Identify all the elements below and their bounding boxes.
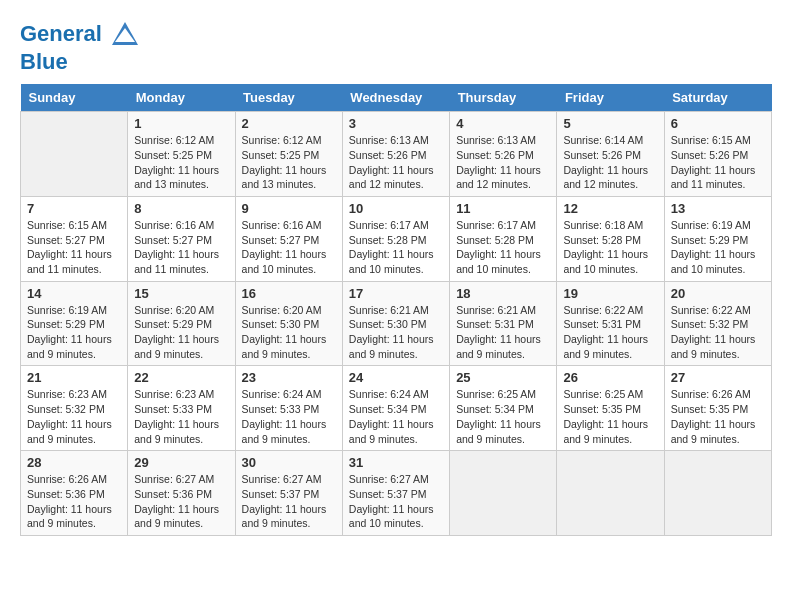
cell-details: Sunrise: 6:25 AMSunset: 5:34 PMDaylight:… [456,387,550,446]
day-number: 19 [563,286,657,301]
day-number: 5 [563,116,657,131]
calendar-week-row: 14Sunrise: 6:19 AMSunset: 5:29 PMDayligh… [21,281,772,366]
day-number: 29 [134,455,228,470]
cell-details: Sunrise: 6:18 AMSunset: 5:28 PMDaylight:… [563,218,657,277]
day-number: 17 [349,286,443,301]
cell-details: Sunrise: 6:26 AMSunset: 5:35 PMDaylight:… [671,387,765,446]
cell-details: Sunrise: 6:25 AMSunset: 5:35 PMDaylight:… [563,387,657,446]
calendar-cell: 6Sunrise: 6:15 AMSunset: 5:26 PMDaylight… [664,112,771,197]
cell-details: Sunrise: 6:15 AMSunset: 5:27 PMDaylight:… [27,218,121,277]
cell-details: Sunrise: 6:17 AMSunset: 5:28 PMDaylight:… [349,218,443,277]
weekday-header-thursday: Thursday [450,84,557,112]
calendar-cell: 10Sunrise: 6:17 AMSunset: 5:28 PMDayligh… [342,196,449,281]
day-number: 23 [242,370,336,385]
day-number: 16 [242,286,336,301]
day-number: 13 [671,201,765,216]
cell-details: Sunrise: 6:21 AMSunset: 5:30 PMDaylight:… [349,303,443,362]
cell-details: Sunrise: 6:12 AMSunset: 5:25 PMDaylight:… [134,133,228,192]
cell-details: Sunrise: 6:19 AMSunset: 5:29 PMDaylight:… [671,218,765,277]
calendar-cell: 22Sunrise: 6:23 AMSunset: 5:33 PMDayligh… [128,366,235,451]
cell-details: Sunrise: 6:27 AMSunset: 5:37 PMDaylight:… [349,472,443,531]
calendar-cell: 4Sunrise: 6:13 AMSunset: 5:26 PMDaylight… [450,112,557,197]
calendar-body: 1Sunrise: 6:12 AMSunset: 5:25 PMDaylight… [21,112,772,536]
day-number: 11 [456,201,550,216]
weekday-header-saturday: Saturday [664,84,771,112]
logo-text-2: Blue [20,50,140,74]
calendar-cell: 13Sunrise: 6:19 AMSunset: 5:29 PMDayligh… [664,196,771,281]
day-number: 15 [134,286,228,301]
calendar-cell: 9Sunrise: 6:16 AMSunset: 5:27 PMDaylight… [235,196,342,281]
weekday-header-monday: Monday [128,84,235,112]
day-number: 25 [456,370,550,385]
day-number: 2 [242,116,336,131]
calendar-cell: 31Sunrise: 6:27 AMSunset: 5:37 PMDayligh… [342,451,449,536]
calendar-week-row: 7Sunrise: 6:15 AMSunset: 5:27 PMDaylight… [21,196,772,281]
day-number: 30 [242,455,336,470]
cell-details: Sunrise: 6:17 AMSunset: 5:28 PMDaylight:… [456,218,550,277]
logo: General Blue [20,20,140,74]
logo-text: General [20,20,140,50]
calendar-cell [664,451,771,536]
calendar-cell: 3Sunrise: 6:13 AMSunset: 5:26 PMDaylight… [342,112,449,197]
day-number: 6 [671,116,765,131]
cell-details: Sunrise: 6:13 AMSunset: 5:26 PMDaylight:… [349,133,443,192]
day-number: 26 [563,370,657,385]
weekday-header-sunday: Sunday [21,84,128,112]
day-number: 24 [349,370,443,385]
calendar-cell: 26Sunrise: 6:25 AMSunset: 5:35 PMDayligh… [557,366,664,451]
cell-details: Sunrise: 6:12 AMSunset: 5:25 PMDaylight:… [242,133,336,192]
calendar-cell [557,451,664,536]
cell-details: Sunrise: 6:13 AMSunset: 5:26 PMDaylight:… [456,133,550,192]
day-number: 3 [349,116,443,131]
calendar-cell: 19Sunrise: 6:22 AMSunset: 5:31 PMDayligh… [557,281,664,366]
calendar-cell: 30Sunrise: 6:27 AMSunset: 5:37 PMDayligh… [235,451,342,536]
calendar-table: SundayMondayTuesdayWednesdayThursdayFrid… [20,84,772,536]
page-header: General Blue [20,20,772,74]
day-number: 28 [27,455,121,470]
cell-details: Sunrise: 6:26 AMSunset: 5:36 PMDaylight:… [27,472,121,531]
day-number: 9 [242,201,336,216]
calendar-cell [450,451,557,536]
cell-details: Sunrise: 6:24 AMSunset: 5:34 PMDaylight:… [349,387,443,446]
cell-details: Sunrise: 6:22 AMSunset: 5:31 PMDaylight:… [563,303,657,362]
calendar-cell [21,112,128,197]
calendar-cell: 12Sunrise: 6:18 AMSunset: 5:28 PMDayligh… [557,196,664,281]
day-number: 31 [349,455,443,470]
calendar-cell: 29Sunrise: 6:27 AMSunset: 5:36 PMDayligh… [128,451,235,536]
calendar-cell: 2Sunrise: 6:12 AMSunset: 5:25 PMDaylight… [235,112,342,197]
calendar-cell: 20Sunrise: 6:22 AMSunset: 5:32 PMDayligh… [664,281,771,366]
cell-details: Sunrise: 6:23 AMSunset: 5:33 PMDaylight:… [134,387,228,446]
cell-details: Sunrise: 6:19 AMSunset: 5:29 PMDaylight:… [27,303,121,362]
day-number: 22 [134,370,228,385]
calendar-cell: 7Sunrise: 6:15 AMSunset: 5:27 PMDaylight… [21,196,128,281]
cell-details: Sunrise: 6:27 AMSunset: 5:36 PMDaylight:… [134,472,228,531]
day-number: 10 [349,201,443,216]
day-number: 21 [27,370,121,385]
calendar-cell: 11Sunrise: 6:17 AMSunset: 5:28 PMDayligh… [450,196,557,281]
cell-details: Sunrise: 6:14 AMSunset: 5:26 PMDaylight:… [563,133,657,192]
calendar-cell: 28Sunrise: 6:26 AMSunset: 5:36 PMDayligh… [21,451,128,536]
calendar-cell: 17Sunrise: 6:21 AMSunset: 5:30 PMDayligh… [342,281,449,366]
cell-details: Sunrise: 6:27 AMSunset: 5:37 PMDaylight:… [242,472,336,531]
calendar-cell: 16Sunrise: 6:20 AMSunset: 5:30 PMDayligh… [235,281,342,366]
cell-details: Sunrise: 6:16 AMSunset: 5:27 PMDaylight:… [134,218,228,277]
cell-details: Sunrise: 6:15 AMSunset: 5:26 PMDaylight:… [671,133,765,192]
cell-details: Sunrise: 6:24 AMSunset: 5:33 PMDaylight:… [242,387,336,446]
day-number: 12 [563,201,657,216]
day-number: 18 [456,286,550,301]
calendar-cell: 25Sunrise: 6:25 AMSunset: 5:34 PMDayligh… [450,366,557,451]
calendar-cell: 18Sunrise: 6:21 AMSunset: 5:31 PMDayligh… [450,281,557,366]
weekday-header-friday: Friday [557,84,664,112]
cell-details: Sunrise: 6:16 AMSunset: 5:27 PMDaylight:… [242,218,336,277]
cell-details: Sunrise: 6:20 AMSunset: 5:30 PMDaylight:… [242,303,336,362]
calendar-cell: 14Sunrise: 6:19 AMSunset: 5:29 PMDayligh… [21,281,128,366]
calendar-cell: 1Sunrise: 6:12 AMSunset: 5:25 PMDaylight… [128,112,235,197]
day-number: 1 [134,116,228,131]
calendar-week-row: 28Sunrise: 6:26 AMSunset: 5:36 PMDayligh… [21,451,772,536]
calendar-cell: 23Sunrise: 6:24 AMSunset: 5:33 PMDayligh… [235,366,342,451]
day-number: 27 [671,370,765,385]
calendar-cell: 21Sunrise: 6:23 AMSunset: 5:32 PMDayligh… [21,366,128,451]
day-number: 7 [27,201,121,216]
calendar-week-row: 21Sunrise: 6:23 AMSunset: 5:32 PMDayligh… [21,366,772,451]
cell-details: Sunrise: 6:23 AMSunset: 5:32 PMDaylight:… [27,387,121,446]
